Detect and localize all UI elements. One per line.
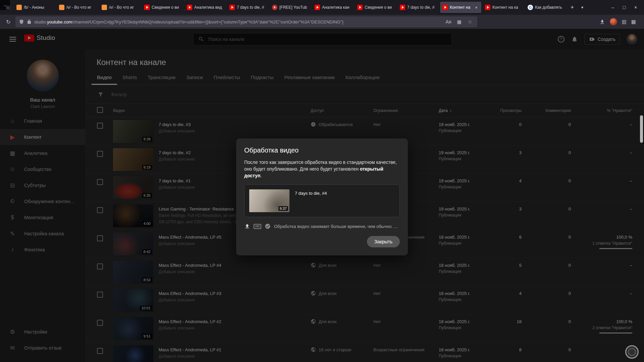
close-button[interactable]: Закрыть	[367, 236, 400, 247]
browser-tab[interactable]: Сведения о ви ×	[355, 2, 396, 13]
browser-tab[interactable]: /v/ - Во что иг ×	[57, 2, 98, 13]
browser-tab[interactable]: Сведения о ви ×	[142, 2, 183, 13]
browser-tab[interactable]: 7 days to die, # ×	[397, 2, 439, 13]
hd-quality-icon: HD	[254, 224, 261, 229]
browser-tab[interactable]: 7 days to die, # ×	[227, 2, 268, 13]
upload-icon	[244, 223, 250, 229]
check-circle-icon	[265, 223, 271, 229]
tab-favicon	[102, 5, 107, 10]
tab-title: /v/ - Во что иг	[66, 5, 96, 10]
url-text: studio.youtube.com/channel/UCrpmCntjg7Ky…	[34, 19, 442, 24]
tab-title: Аналитика кан	[322, 5, 351, 10]
downloads-icon[interactable]	[599, 19, 605, 25]
tab-favicon	[485, 5, 490, 10]
close-window-button[interactable]: ×	[630, 2, 641, 13]
sidebar-toggle-icon[interactable]: ▥	[622, 19, 627, 25]
page-scrollbar-thumb[interactable]	[640, 115, 643, 143]
tab-title: Контент на ка	[450, 5, 472, 10]
browser-chrome: ▣ /b/ - Аноны × /v/ - Во что иг × /v/ - …	[0, 0, 644, 29]
browser-tab[interactable]: Аналитика вид ×	[184, 2, 226, 13]
processing-video-thumbnail: 9:37	[249, 189, 289, 212]
tab-favicon	[187, 5, 192, 10]
lock-icon[interactable]	[27, 19, 32, 24]
page-viewport: Studio ? Создать Ваш канал Clark La	[0, 29, 644, 362]
dialog-body: После того как завершится обработка виде…	[244, 159, 400, 179]
video-processing-dialog: Обработка видео После того как завершитс…	[236, 138, 408, 255]
url-bar[interactable]: studio.youtube.com/channel/UCrpmCntjg7Ky…	[15, 16, 477, 27]
tab-favicon	[315, 5, 320, 10]
tab-favicon	[528, 5, 533, 10]
tab-favicon	[272, 5, 277, 10]
processing-video-title: 7 days to die, #4	[295, 191, 327, 196]
tab-favicon	[442, 5, 448, 10]
browser-toolbar: ← → ↻ studio.youtube.com/channel/UCrpmCn…	[0, 15, 644, 29]
window-controls: – □ ×	[607, 2, 641, 13]
tab-favicon	[16, 5, 22, 10]
app-menu-icon[interactable]: ▦	[631, 19, 636, 25]
tab-title: Сведения о ви	[152, 5, 181, 10]
toolbar-right-icons: ▥ ▦	[599, 18, 636, 25]
browser-tab[interactable]: Аналитика кан ×	[312, 2, 354, 13]
browser-tab[interactable]: [FREE] YouTub ×	[270, 2, 311, 13]
list-all-tabs-icon[interactable]: ▾	[577, 2, 587, 12]
tab-title: 7 days to die, #	[237, 5, 266, 10]
tab-title: [FREE] YouTub	[279, 5, 309, 10]
dialog-title: Обработка видео	[244, 146, 400, 154]
tab-favicon	[144, 5, 150, 10]
extensions-icon[interactable]: ▦	[455, 19, 463, 24]
tab-favicon	[357, 5, 363, 10]
browser-tab[interactable]: Как добавлять ×	[525, 2, 567, 13]
screen-recording-indicator[interactable]	[625, 345, 639, 359]
account-avatar[interactable]	[610, 18, 617, 25]
tab-title: Как добавлять	[535, 5, 564, 10]
forward-button[interactable]: →	[0, 0, 10, 10]
bookmark-star-icon[interactable]: ☆	[466, 19, 474, 24]
browser-tab-bar: ▣ /b/ - Аноны × /v/ - Во что иг × /v/ - …	[0, 0, 644, 15]
translate-icon[interactable]: Aя	[444, 19, 452, 24]
browser-tab[interactable]: /v/ - Во что иг ×	[99, 2, 141, 13]
browser-tab[interactable]: Контент на ка ×	[440, 2, 481, 13]
tab-title: /b/ - Аноны	[24, 5, 53, 10]
tab-favicon	[400, 5, 405, 10]
tab-close-icon[interactable]: ×	[474, 5, 479, 10]
processing-status-row: HD Обработка видео занимает больше време…	[244, 223, 400, 229]
tab-strip: /b/ - Аноны × /v/ - Во что иг × /v/ - Во…	[13, 0, 567, 15]
minimize-button[interactable]: –	[607, 2, 619, 13]
new-tab-button[interactable]: +	[567, 2, 577, 12]
tab-title: Контент на ка	[492, 5, 522, 10]
tab-title: 7 days to die, #	[407, 5, 436, 10]
tab-title: Сведения о ви	[365, 5, 394, 10]
tracking-shield-icon[interactable]	[19, 19, 24, 24]
processing-video-card: 9:37 7 days to die, #4	[244, 184, 400, 217]
tab-title: Аналитика вид	[194, 5, 223, 10]
tab-favicon	[229, 5, 235, 10]
maximize-button[interactable]: □	[619, 2, 630, 13]
browser-tab[interactable]: /b/ - Аноны ×	[14, 2, 55, 13]
tab-favicon	[59, 5, 64, 10]
processing-video-duration: 9:37	[278, 206, 288, 211]
processing-status-text: Обработка видео занимает больше времени,…	[274, 224, 398, 229]
reload-button[interactable]: ↻	[3, 17, 13, 27]
browser-tab[interactable]: Контент на ка ×	[483, 2, 524, 13]
tab-title: /v/ - Во что иг	[109, 5, 138, 10]
